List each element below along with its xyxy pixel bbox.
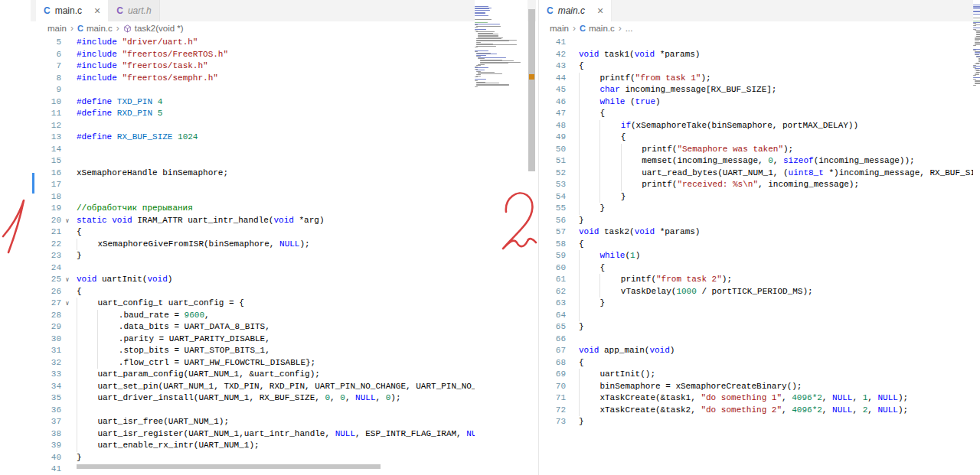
line-number[interactable]: 6 [31,49,61,61]
code-line[interactable]: } [575,191,980,203]
code-line[interactable]: } [74,250,536,262]
line-number[interactable]: 42 [539,49,566,61]
code-line[interactable]: #include "driver/uart.h" [74,37,536,49]
line-number[interactable]: 8 [31,73,61,85]
code-line[interactable]: .data_bits = UART_DATA_8_BITS, [74,321,536,333]
line-number[interactable]: 54 [539,191,566,203]
code-line[interactable] [575,37,980,49]
line-number[interactable]: 43 [539,60,566,73]
line-number[interactable]: 27 [31,298,61,310]
code-line[interactable]: char incoming_message[RX_BUF_SIZE]; [575,84,980,96]
line-number[interactable]: 9 [31,84,61,96]
code-line[interactable]: binSemaphore = xSemaphoreCreateBinary(); [575,381,980,393]
code-line[interactable]: static void IRAM_ATTR uart_intr_handle(v… [74,215,536,227]
line-number[interactable]: 19 [31,203,61,215]
close-icon[interactable]: × [597,5,603,16]
line-number[interactable]: 53 [539,179,566,191]
code-line[interactable]: void app_main(void) [575,345,980,357]
code-line[interactable]: uart_config_t uart_config = { [74,298,536,310]
code-line[interactable]: void task1(void *params) [575,49,980,61]
code-line[interactable]: { [575,108,980,120]
fold-chevron-icon[interactable]: ∨ [61,274,74,286]
line-number[interactable]: 18 [31,191,61,203]
code-line[interactable]: { [575,262,980,275]
code-line[interactable]: #include "freertos/FreeRTOS.h" [74,49,536,61]
code-line[interactable] [74,155,536,168]
code-line[interactable]: #define RXD_PIN 5 [74,108,536,120]
line-number[interactable]: 37 [31,416,61,428]
line-number[interactable]: 32 [31,357,61,369]
line-number[interactable]: 35 [31,392,61,405]
line-number[interactable]: 67 [539,345,566,357]
code-line[interactable] [74,191,536,203]
code-line[interactable] [74,179,536,191]
line-number[interactable]: 45 [539,84,566,96]
line-number[interactable]: 38 [31,428,61,441]
line-number[interactable]: 46 [539,96,566,109]
line-number[interactable]: 15 [31,155,61,168]
line-number[interactable]: 58 [539,239,566,251]
code-line[interactable]: printf("Semaphore was taken"); [575,144,980,156]
tab-main-c[interactable]: C main.c × [36,0,109,21]
line-number[interactable]: 56 [539,215,566,227]
code-line[interactable]: { [575,60,980,73]
code-line[interactable]: vTaskDelay(1000 / portTICK_PERIOD_MS); [575,286,980,298]
breadcrumb-item-file[interactable]: C main.c [77,24,113,33]
breadcrumb-item-folder[interactable]: main [47,24,67,33]
code-line[interactable]: } [575,203,980,215]
breadcrumb-item-collapsed[interactable]: ... [626,24,633,33]
line-number[interactable]: 28 [31,310,61,322]
code-line[interactable] [74,405,536,417]
breadcrumb-item-file[interactable]: C main.c [580,24,615,33]
fold-chevron-icon[interactable]: ∨ [61,298,74,310]
close-icon[interactable]: × [94,5,100,16]
scrollbar-thumb[interactable] [528,9,535,171]
line-number[interactable]: 25 [31,274,61,286]
code-line[interactable]: #define RX_BUF_SIZE 1024 [74,132,536,144]
code-line[interactable]: printf("received: %s\n", incoming_messag… [575,179,980,191]
code-line[interactable]: { [575,357,980,369]
code-line[interactable]: .baud_rate = 9600, [74,310,536,322]
line-number[interactable]: 40 [31,452,61,464]
minimap-sliver[interactable] [973,0,980,475]
code-line[interactable]: printf("from task 2"); [575,274,980,286]
code-line[interactable]: xTaskCreate(&task2, "do something 2", 40… [575,405,980,417]
line-number[interactable]: 41 [31,464,61,475]
code-line[interactable]: } [74,452,536,464]
line-number[interactable]: 71 [539,392,566,405]
breadcrumb-item-folder[interactable]: main [550,24,569,33]
line-number[interactable]: 14 [31,144,61,156]
line-number[interactable]: 52 [539,168,566,180]
line-number[interactable]: 60 [539,262,566,275]
line-number[interactable]: 23 [31,250,61,262]
code-line[interactable]: printf("from task 1"); [575,73,980,85]
line-number[interactable]: 26 [31,286,61,298]
line-number[interactable]: 7 [31,60,61,73]
tab-uart-h[interactable]: C uart.h [109,0,159,21]
code-line[interactable]: .parity = UART_PARITY_DISABLE, [74,333,536,346]
code-line[interactable]: void task2(void *params) [575,226,980,239]
code-line[interactable]: if(xSemaphoreTake(binSemaphore, portMAX_… [575,120,980,132]
code-line[interactable]: #define TXD_PIN 4 [74,96,536,109]
line-number[interactable]: 17 [31,179,61,191]
line-number[interactable]: 48 [539,120,566,132]
line-number[interactable]: 44 [539,73,566,85]
line-number[interactable]: 16 [31,168,61,180]
line-number[interactable]: 36 [31,405,61,417]
line-number[interactable]: 61 [539,274,566,286]
code-line[interactable] [74,144,536,156]
line-number[interactable]: 30 [31,333,61,346]
line-number[interactable]: 50 [539,144,566,156]
code-line[interactable]: .flow_ctrl = UART_HW_FLOWCTRL_DISABLE}; [74,357,536,369]
code-line[interactable] [575,333,980,346]
code-line[interactable]: } [575,215,980,227]
line-number[interactable]: 73 [539,416,566,428]
code-line[interactable]: } [575,298,980,310]
line-number[interactable]: 41 [539,37,566,49]
code-line[interactable]: //обработчик прерывания [74,203,536,215]
code-line[interactable]: uart_read_bytes(UART_NUM_1, (uint8_t *)i… [575,168,980,180]
line-number[interactable]: 66 [539,333,566,346]
line-number[interactable]: 34 [31,381,61,393]
fold-chevron-icon[interactable]: ∨ [61,215,74,227]
breadcrumb-item-symbol[interactable]: task2(void *) [123,24,184,33]
